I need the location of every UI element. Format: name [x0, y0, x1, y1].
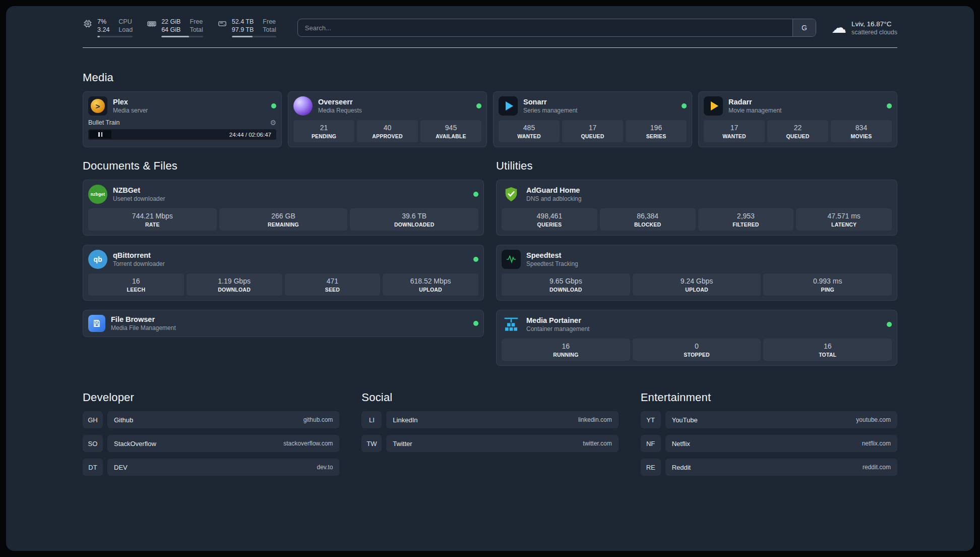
status-dot — [473, 321, 478, 326]
stat-value: 834 — [833, 124, 890, 132]
stat-tile: 744.21 Mbps RATE — [88, 208, 217, 231]
cpu-label: CPU — [118, 18, 133, 25]
bookmark-abbr: DT — [83, 459, 103, 476]
search-provider-button[interactable]: G — [792, 19, 816, 36]
stat-tile: 9.65 Gbps DOWNLOAD — [502, 273, 630, 296]
stat-label: AVAILABLE — [422, 133, 479, 139]
stat-tile: 945 AVAILABLE — [420, 120, 481, 142]
entertainment-section-title: Entertainment — [641, 391, 897, 404]
stat-tile: 196 SERIES — [626, 120, 687, 142]
cpu-load-value: 3.24 — [97, 26, 109, 33]
bookmark-github[interactable]: GH Github github.com — [83, 411, 339, 428]
adguard-icon — [502, 185, 521, 204]
stat-value: 744.21 Mbps — [90, 212, 215, 220]
social-section-title: Social — [361, 391, 618, 404]
cpu-icon — [83, 18, 93, 37]
service-card-overseerr[interactable]: Overseerr Media Requests 21 PENDING 40 A… — [288, 91, 487, 147]
gear-icon[interactable]: ⚙ — [270, 119, 276, 126]
stat-label: QUEUED — [564, 133, 621, 139]
service-card-speedtest[interactable]: Speedtest Speedtest Tracking 9.65 Gbps D… — [496, 245, 897, 301]
bookmark-dev[interactable]: DT DEV dev.to — [83, 459, 339, 476]
service-subtitle: Usenet downloader — [113, 195, 165, 202]
service-card-filebrowser[interactable]: File Browser Media File Management — [83, 310, 484, 337]
memory-progress-bar — [161, 36, 203, 37]
utilities-section-title: Utilities — [496, 159, 897, 173]
stat-value: 9.65 Gbps — [504, 277, 628, 285]
memory-free-label: Free — [190, 18, 203, 25]
service-card-nzbget[interactable]: nzbget NZBGet Usenet downloader 744.21 M… — [83, 180, 484, 236]
stat-tile: 618.52 Mbps UPLOAD — [383, 273, 478, 296]
pause-icon[interactable] — [89, 130, 111, 139]
filebrowser-icon — [88, 315, 105, 332]
status-dot — [887, 103, 892, 108]
stat-value: 471 — [287, 277, 379, 285]
bookmark-url: reddit.com — [863, 464, 891, 471]
stat-tile: 16 RUNNING — [502, 339, 630, 361]
developer-section-title: Developer — [83, 391, 339, 404]
service-name: File Browser — [111, 315, 176, 323]
disk-free-label: Free — [263, 18, 276, 25]
stat-value: 2,953 — [700, 212, 792, 220]
topbar-divider — [83, 47, 897, 48]
playback-seek-bar[interactable]: 24:44 / 02:06:47 — [88, 129, 276, 140]
bookmark-reddit[interactable]: RE Reddit reddit.com — [641, 459, 897, 476]
memory-total-label: Total — [190, 26, 203, 33]
cpu-widget: 7% 3.24 CPU Load — [83, 18, 133, 37]
bookmark-name: Netflix — [672, 440, 690, 448]
bookmark-stackoverflow[interactable]: SO StackOverflow stackoverflow.com — [83, 435, 339, 452]
stat-tile: 2,953 FILTERED — [698, 208, 794, 231]
bookmark-url: dev.to — [317, 464, 333, 471]
bookmark-twitter[interactable]: TW Twitter twitter.com — [361, 435, 618, 452]
status-dot — [473, 257, 478, 262]
service-name: Overseerr — [318, 98, 362, 106]
search-input[interactable] — [298, 19, 792, 36]
service-card-sonarr[interactable]: Sonarr Series management 485 WANTED 17 Q… — [493, 91, 692, 147]
stat-label: QUERIES — [504, 221, 595, 228]
service-name: Plex — [113, 98, 148, 106]
stat-tile: 21 PENDING — [293, 120, 354, 142]
stat-label: FILTERED — [700, 221, 792, 228]
stat-value: 47.571 ms — [798, 212, 890, 220]
now-playing-title: Bullet Train — [88, 119, 120, 126]
service-card-radarr[interactable]: Radarr Movie management 17 WANTED 22 QUE… — [698, 91, 897, 147]
service-name: Speedtest — [526, 251, 578, 259]
memory-free-value: 22 GiB — [161, 18, 180, 25]
bookmark-linkedin[interactable]: LI LinkedIn linkedin.com — [361, 411, 618, 428]
bookmark-netflix[interactable]: NF Netflix netflix.com — [641, 435, 897, 452]
weather-condition: scattered clouds — [851, 29, 897, 36]
service-card-portainer[interactable]: Media Portainer Container management 16 … — [496, 310, 897, 366]
bookmark-abbr: SO — [83, 435, 103, 452]
service-name: NZBGet — [113, 186, 165, 194]
stat-label: LEECH — [90, 287, 182, 293]
stat-label: PING — [765, 287, 890, 293]
service-subtitle: Torrent downloader — [113, 260, 165, 267]
stat-tile: 1.19 Gbps DOWNLOAD — [187, 273, 282, 296]
stat-value: 196 — [628, 124, 685, 132]
service-subtitle: Speedtest Tracking — [526, 260, 578, 267]
stat-tile: 471 SEED — [285, 273, 381, 296]
stat-tile: 498,461 QUERIES — [502, 208, 597, 231]
bookmark-youtube[interactable]: YT YouTube youtube.com — [641, 411, 897, 428]
stat-tile: 9.24 Gbps UPLOAD — [633, 273, 761, 296]
bookmark-name: StackOverflow — [114, 440, 156, 448]
stat-tile: 16 TOTAL — [763, 339, 892, 361]
status-dot — [476, 103, 481, 108]
bookmark-url: twitter.com — [583, 440, 611, 447]
bookmark-abbr: LI — [361, 411, 382, 428]
service-subtitle: Movie management — [728, 107, 781, 114]
service-card-qbittorrent[interactable]: qb qBittorrent Torrent downloader 16 LEE… — [83, 245, 484, 301]
top-bar: 7% 3.24 CPU Load — [83, 18, 897, 37]
cpu-progress-bar — [97, 36, 133, 37]
stat-tile: 17 WANTED — [704, 120, 765, 142]
stat-tile: 0.993 ms PING — [763, 273, 892, 296]
stat-tile: 485 WANTED — [499, 120, 560, 142]
stat-label: WANTED — [501, 133, 558, 139]
disk-total-value: 97.9 TB — [232, 26, 254, 33]
service-card-adguard[interactable]: AdGuard Home DNS and adblocking 498,461 … — [496, 180, 897, 236]
section-media: Media > Plex Media server — [83, 71, 897, 147]
status-dot — [682, 103, 687, 108]
service-card-plex[interactable]: > Plex Media server Bullet Train ⚙ — [83, 91, 282, 147]
memory-total-value: 64 GiB — [161, 26, 180, 33]
stat-value: 498,461 — [504, 212, 595, 220]
cloud-icon: ☁ — [831, 20, 846, 35]
